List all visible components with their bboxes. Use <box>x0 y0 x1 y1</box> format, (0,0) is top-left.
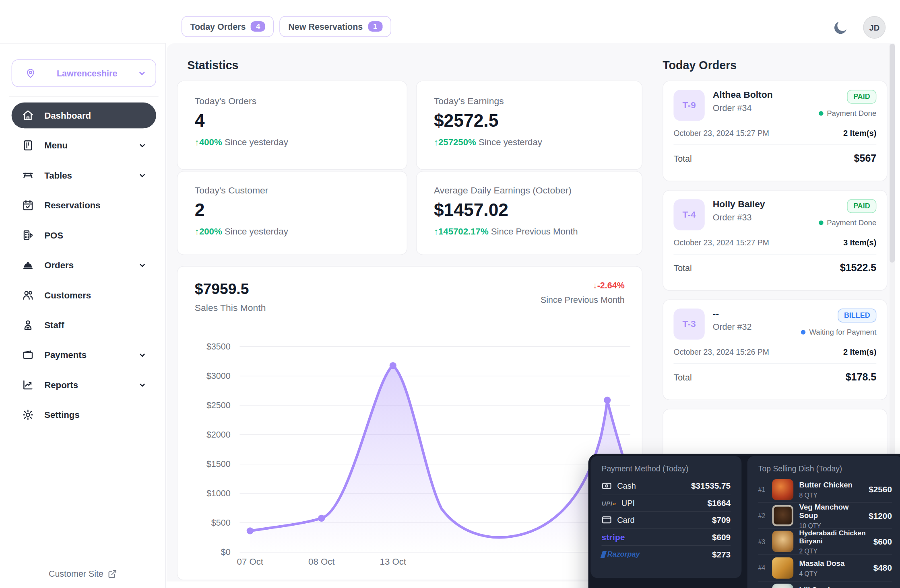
sidebar-item-label: Reservations <box>44 200 100 210</box>
sales-delta-period: Since Previous Month <box>541 295 625 304</box>
payment-amount: $709 <box>712 516 731 525</box>
dish-name: Idli Sambar <box>799 585 839 588</box>
payment-method-row: Razorpay $273 <box>601 546 731 563</box>
customer-site-link[interactable]: Customer Site <box>0 569 165 578</box>
order-card[interactable]: T-3 -- Order #32 BILLED Waiting for Paym… <box>663 299 887 400</box>
payment-method-row: Card $709 <box>601 512 731 529</box>
dish-qty: 10 QTY <box>799 522 869 529</box>
sidebar-item-label: Settings <box>44 410 80 420</box>
stat-card-todays-customer: Today's Customer 2 ↑200% Since yesterday <box>177 171 407 255</box>
dish-row: #4 Masala Dosa4 QTY $480 <box>758 555 892 581</box>
sidebar: Lawrenceshire Dashboard Menu Tables Rese… <box>0 43 166 588</box>
dish-photo <box>772 479 793 500</box>
pos-terminal-icon <box>21 229 34 241</box>
order-card[interactable]: T-4 Holly Bailey Order #33 PAID Payment … <box>663 190 887 291</box>
dashboard-app: Today Orders 4 New Reservations 1 JD Law… <box>0 0 900 588</box>
stat-value: 2 <box>195 200 390 221</box>
customer-name: -- <box>713 308 752 319</box>
rank-label: #2 <box>758 512 769 519</box>
sidebar-divider <box>9 96 159 97</box>
dish-amount: $1200 <box>869 511 892 520</box>
sidebar-item-dashboard[interactable]: Dashboard <box>12 103 156 128</box>
reports-chart-icon <box>21 378 34 391</box>
stat-title: Today's Orders <box>195 96 390 107</box>
today-orders-heading: Today Orders <box>663 59 737 72</box>
payment-method-panel: Payment Method (Today) Cash $31535.75 UP… <box>590 456 741 578</box>
dish-name: Masala Dosa <box>799 559 844 567</box>
cloche-icon <box>21 259 34 271</box>
up-arrow-icon: ↑ <box>195 226 199 236</box>
total-label: Total <box>673 263 692 273</box>
y-axis-tick-labels: $3500 $3000 $2500 $2000 $1500 $1000 $500… <box>206 342 231 557</box>
topbar: Today Orders 4 New Reservations 1 JD <box>0 0 900 43</box>
order-number: Order #34 <box>713 103 773 113</box>
order-card[interactable]: T-9 Althea Bolton Order #34 PAID Payment… <box>663 80 887 181</box>
payment-method-row: Cash $31535.75 <box>601 478 731 495</box>
sidebar-item-label: Reports <box>44 380 78 390</box>
stat-card-todays-earnings: Today's Earnings $2572.5 ↑257250% Since … <box>416 80 643 170</box>
svg-text:$3500: $3500 <box>206 342 231 352</box>
main-content: Statistics Today's Orders 4 ↑400% Since … <box>167 43 894 581</box>
order-total: $1522.5 <box>840 262 877 274</box>
sidebar-item-customers[interactable]: Customers <box>12 282 156 308</box>
calendar-check-icon <box>21 199 34 212</box>
customer-name: Althea Bolton <box>713 90 773 100</box>
svg-text:$0: $0 <box>221 547 231 557</box>
order-datetime: October 23, 2024 15:27 PM <box>673 129 769 137</box>
sidebar-item-label: Staff <box>44 320 64 330</box>
sidebar-item-reservations[interactable]: Reservations <box>12 192 156 218</box>
status-dot <box>801 330 805 334</box>
sidebar-item-orders[interactable]: Orders <box>12 252 156 278</box>
payment-method-row: stripe $609 <box>601 529 731 546</box>
dish-photo <box>772 505 793 526</box>
sidebar-item-tables[interactable]: Tables <box>12 162 156 188</box>
rank-label: #1 <box>758 486 769 493</box>
customers-icon <box>21 289 34 301</box>
stat-delta: ↑400% Since yesterday <box>195 137 390 148</box>
today-orders-button[interactable]: Today Orders 4 <box>182 16 274 37</box>
stat-value: $2572.5 <box>434 111 625 132</box>
new-reservations-button[interactable]: New Reservations 1 <box>280 16 391 37</box>
up-arrow-icon: ↑ <box>195 137 199 147</box>
wallet-icon <box>21 349 34 361</box>
payment-status-note: Waiting for Payment <box>801 328 876 336</box>
stat-title: Today's Customer <box>195 185 390 196</box>
dish-qty: 4 QTY <box>799 570 844 577</box>
svg-text:$2500: $2500 <box>206 401 231 410</box>
status-badge: PAID <box>847 199 876 213</box>
status-dot <box>819 111 823 115</box>
payment-status-note: Payment Done <box>819 109 876 117</box>
sidebar-item-settings[interactable]: Settings <box>12 402 156 428</box>
user-avatar[interactable]: JD <box>863 16 886 39</box>
sidebar-item-payments[interactable]: Payments <box>12 342 156 368</box>
sidebar-item-pos[interactable]: POS <box>12 222 156 248</box>
sidebar-item-reports[interactable]: Reports <box>12 372 156 398</box>
dish-row: #3 Hyderabadi Chicken Biryani2 QTY $600 <box>758 529 892 555</box>
chevron-down-icon <box>138 261 147 269</box>
sales-line-chart: $3500 $3000 $2500 $2000 $1500 $1000 $500… <box>178 267 643 581</box>
dish-qty: 2 QTY <box>799 547 873 554</box>
statistics-heading: Statistics <box>187 59 238 72</box>
sidebar-item-menu[interactable]: Menu <box>12 132 156 158</box>
avatar-initials: JD <box>869 23 879 32</box>
payment-amount: $1664 <box>707 498 731 508</box>
order-number: Order #33 <box>713 212 765 222</box>
status-badge: PAID <box>847 90 876 103</box>
location-selector-value: Lawrenceshire <box>36 68 138 78</box>
sidebar-item-label: Payments <box>44 350 87 360</box>
order-number: Order #32 <box>713 322 752 331</box>
chevron-down-icon <box>138 171 147 179</box>
table-badge: T-4 <box>673 199 704 230</box>
dish-amount: $600 <box>873 537 892 547</box>
scrollbar-thumb[interactable] <box>890 44 895 263</box>
dish-amount: $480 <box>873 563 892 573</box>
payment-method-title: Payment Method (Today) <box>601 465 731 473</box>
payment-amount: $609 <box>712 532 731 542</box>
stat-title: Today's Earnings <box>434 96 625 107</box>
sidebar-item-staff[interactable]: Staff <box>12 312 156 338</box>
stat-delta: ↑145702.17% Since Previous Month <box>434 226 625 237</box>
sales-delta: ↓-2.64% <box>541 280 625 290</box>
location-selector[interactable]: Lawrenceshire <box>12 59 156 87</box>
dark-mode-toggle[interactable] <box>832 19 849 36</box>
tables-icon <box>21 169 34 181</box>
